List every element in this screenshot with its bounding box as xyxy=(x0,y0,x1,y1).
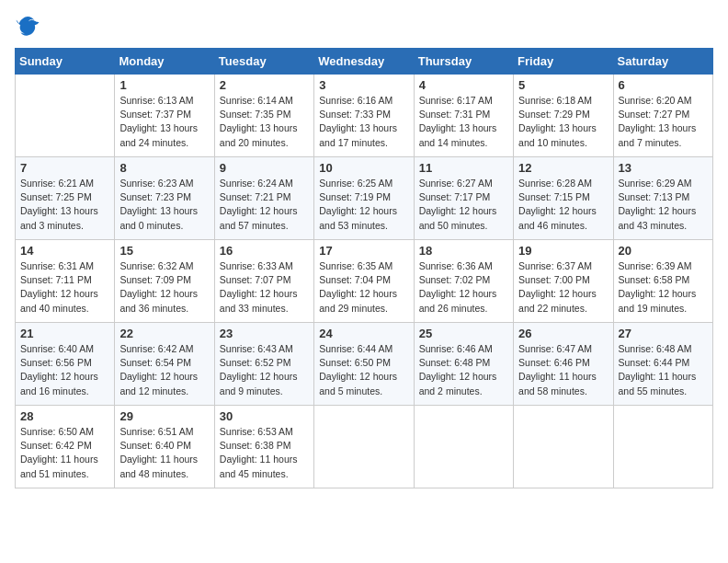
calendar-week-row: 21Sunrise: 6:40 AM Sunset: 6:56 PM Dayli… xyxy=(16,323,713,406)
cell-content: Sunrise: 6:51 AM Sunset: 6:40 PM Dayligh… xyxy=(119,425,209,481)
calendar-cell: 11Sunrise: 6:27 AM Sunset: 7:17 PM Dayli… xyxy=(414,157,513,240)
cell-content: Sunrise: 6:37 AM Sunset: 7:00 PM Dayligh… xyxy=(518,259,608,316)
day-number: 22 xyxy=(119,327,209,340)
day-number: 1 xyxy=(119,78,209,92)
col-header-tuesday: Tuesday xyxy=(214,49,313,75)
day-number: 30 xyxy=(220,409,309,423)
calendar-cell xyxy=(16,75,115,157)
calendar-week-row: 14Sunrise: 6:31 AM Sunset: 7:11 PM Dayli… xyxy=(16,240,713,323)
calendar-cell: 6Sunrise: 6:20 AM Sunset: 7:27 PM Daylig… xyxy=(613,75,712,157)
calendar-cell: 4Sunrise: 6:17 AM Sunset: 7:31 PM Daylig… xyxy=(414,75,513,157)
day-number: 20 xyxy=(619,244,708,258)
cell-content: Sunrise: 6:50 AM Sunset: 6:42 PM Dayligh… xyxy=(20,425,109,481)
calendar-header-row: SundayMondayTuesdayWednesdayThursdayFrid… xyxy=(16,49,713,75)
day-number: 8 xyxy=(119,161,209,175)
calendar-cell: 20Sunrise: 6:39 AM Sunset: 6:58 PM Dayli… xyxy=(613,240,712,323)
cell-content: Sunrise: 6:29 AM Sunset: 7:13 PM Dayligh… xyxy=(619,177,708,233)
day-number: 15 xyxy=(119,244,209,258)
col-header-thursday: Thursday xyxy=(414,49,513,75)
cell-content: Sunrise: 6:32 AM Sunset: 7:09 PM Dayligh… xyxy=(119,259,209,316)
day-number: 5 xyxy=(518,78,608,92)
calendar-cell xyxy=(613,406,712,488)
calendar-cell: 3Sunrise: 6:16 AM Sunset: 7:33 PM Daylig… xyxy=(314,75,414,157)
cell-content: Sunrise: 6:39 AM Sunset: 6:58 PM Dayligh… xyxy=(619,259,708,316)
cell-content: Sunrise: 6:18 AM Sunset: 7:29 PM Dayligh… xyxy=(518,94,608,150)
calendar-cell xyxy=(314,406,414,488)
calendar-cell xyxy=(414,406,513,488)
calendar-cell: 17Sunrise: 6:35 AM Sunset: 7:04 PM Dayli… xyxy=(314,240,414,323)
cell-content: Sunrise: 6:20 AM Sunset: 7:27 PM Dayligh… xyxy=(619,94,708,150)
calendar-cell: 18Sunrise: 6:36 AM Sunset: 7:02 PM Dayli… xyxy=(414,240,513,323)
day-number: 6 xyxy=(619,78,708,92)
calendar-cell: 24Sunrise: 6:44 AM Sunset: 6:50 PM Dayli… xyxy=(314,323,414,406)
page-header xyxy=(15,15,713,37)
calendar-cell: 30Sunrise: 6:53 AM Sunset: 6:38 PM Dayli… xyxy=(214,406,313,488)
day-number: 3 xyxy=(319,78,408,92)
cell-content: Sunrise: 6:28 AM Sunset: 7:15 PM Dayligh… xyxy=(518,177,608,233)
cell-content: Sunrise: 6:14 AM Sunset: 7:35 PM Dayligh… xyxy=(220,94,309,150)
cell-content: Sunrise: 6:42 AM Sunset: 6:54 PM Dayligh… xyxy=(119,342,209,398)
day-number: 12 xyxy=(518,161,608,175)
day-number: 14 xyxy=(20,244,109,258)
day-number: 26 xyxy=(518,327,608,340)
calendar-cell: 10Sunrise: 6:25 AM Sunset: 7:19 PM Dayli… xyxy=(314,157,414,240)
calendar-cell: 19Sunrise: 6:37 AM Sunset: 7:00 PM Dayli… xyxy=(514,240,613,323)
day-number: 2 xyxy=(220,78,309,92)
cell-content: Sunrise: 6:44 AM Sunset: 6:50 PM Dayligh… xyxy=(319,342,408,398)
day-number: 19 xyxy=(518,244,608,258)
calendar-cell: 28Sunrise: 6:50 AM Sunset: 6:42 PM Dayli… xyxy=(16,406,115,488)
calendar-cell: 22Sunrise: 6:42 AM Sunset: 6:54 PM Dayli… xyxy=(115,323,214,406)
cell-content: Sunrise: 6:23 AM Sunset: 7:23 PM Dayligh… xyxy=(119,177,209,233)
calendar-cell: 5Sunrise: 6:18 AM Sunset: 7:29 PM Daylig… xyxy=(514,75,613,157)
calendar-cell: 9Sunrise: 6:24 AM Sunset: 7:21 PM Daylig… xyxy=(214,157,313,240)
calendar-cell: 15Sunrise: 6:32 AM Sunset: 7:09 PM Dayli… xyxy=(115,240,214,323)
calendar-cell: 27Sunrise: 6:48 AM Sunset: 6:44 PM Dayli… xyxy=(613,323,712,406)
day-number: 25 xyxy=(419,327,508,340)
calendar-cell: 12Sunrise: 6:28 AM Sunset: 7:15 PM Dayli… xyxy=(514,157,613,240)
col-header-wednesday: Wednesday xyxy=(314,49,414,75)
cell-content: Sunrise: 6:27 AM Sunset: 7:17 PM Dayligh… xyxy=(419,177,508,233)
col-header-saturday: Saturday xyxy=(613,49,712,75)
calendar-week-row: 1Sunrise: 6:13 AM Sunset: 7:37 PM Daylig… xyxy=(16,75,713,157)
day-number: 11 xyxy=(419,161,508,175)
calendar-cell: 23Sunrise: 6:43 AM Sunset: 6:52 PM Dayli… xyxy=(214,323,313,406)
cell-content: Sunrise: 6:35 AM Sunset: 7:04 PM Dayligh… xyxy=(319,259,408,316)
col-header-monday: Monday xyxy=(115,49,214,75)
cell-content: Sunrise: 6:24 AM Sunset: 7:21 PM Dayligh… xyxy=(220,177,309,233)
calendar-cell: 14Sunrise: 6:31 AM Sunset: 7:11 PM Dayli… xyxy=(16,240,115,323)
cell-content: Sunrise: 6:53 AM Sunset: 6:38 PM Dayligh… xyxy=(220,425,309,481)
cell-content: Sunrise: 6:47 AM Sunset: 6:46 PM Dayligh… xyxy=(518,342,608,398)
calendar-week-row: 28Sunrise: 6:50 AM Sunset: 6:42 PM Dayli… xyxy=(16,406,713,488)
day-number: 7 xyxy=(20,161,109,175)
cell-content: Sunrise: 6:33 AM Sunset: 7:07 PM Dayligh… xyxy=(220,259,309,316)
cell-content: Sunrise: 6:17 AM Sunset: 7:31 PM Dayligh… xyxy=(419,94,508,150)
cell-content: Sunrise: 6:31 AM Sunset: 7:11 PM Dayligh… xyxy=(20,259,109,316)
day-number: 28 xyxy=(20,409,109,423)
calendar-week-row: 7Sunrise: 6:21 AM Sunset: 7:25 PM Daylig… xyxy=(16,157,713,240)
cell-content: Sunrise: 6:21 AM Sunset: 7:25 PM Dayligh… xyxy=(20,177,109,233)
calendar-cell: 8Sunrise: 6:23 AM Sunset: 7:23 PM Daylig… xyxy=(115,157,214,240)
day-number: 23 xyxy=(220,327,309,340)
day-number: 4 xyxy=(419,78,508,92)
day-number: 29 xyxy=(119,409,209,423)
day-number: 21 xyxy=(20,327,109,340)
calendar-cell: 2Sunrise: 6:14 AM Sunset: 7:35 PM Daylig… xyxy=(214,75,313,157)
calendar-cell: 1Sunrise: 6:13 AM Sunset: 7:37 PM Daylig… xyxy=(115,75,214,157)
calendar-cell: 26Sunrise: 6:47 AM Sunset: 6:46 PM Dayli… xyxy=(514,323,613,406)
day-number: 10 xyxy=(319,161,408,175)
logo-bird-icon xyxy=(15,15,40,37)
day-number: 24 xyxy=(319,327,408,340)
day-number: 16 xyxy=(220,244,309,258)
day-number: 18 xyxy=(419,244,508,258)
day-number: 13 xyxy=(619,161,708,175)
cell-content: Sunrise: 6:46 AM Sunset: 6:48 PM Dayligh… xyxy=(419,342,508,398)
logo xyxy=(15,15,44,37)
cell-content: Sunrise: 6:43 AM Sunset: 6:52 PM Dayligh… xyxy=(220,342,309,398)
day-number: 17 xyxy=(319,244,408,258)
cell-content: Sunrise: 6:36 AM Sunset: 7:02 PM Dayligh… xyxy=(419,259,508,316)
cell-content: Sunrise: 6:40 AM Sunset: 6:56 PM Dayligh… xyxy=(20,342,109,398)
calendar-table: SundayMondayTuesdayWednesdayThursdayFrid… xyxy=(15,48,713,488)
cell-content: Sunrise: 6:13 AM Sunset: 7:37 PM Dayligh… xyxy=(119,94,209,150)
col-header-sunday: Sunday xyxy=(16,49,115,75)
calendar-cell: 7Sunrise: 6:21 AM Sunset: 7:25 PM Daylig… xyxy=(16,157,115,240)
